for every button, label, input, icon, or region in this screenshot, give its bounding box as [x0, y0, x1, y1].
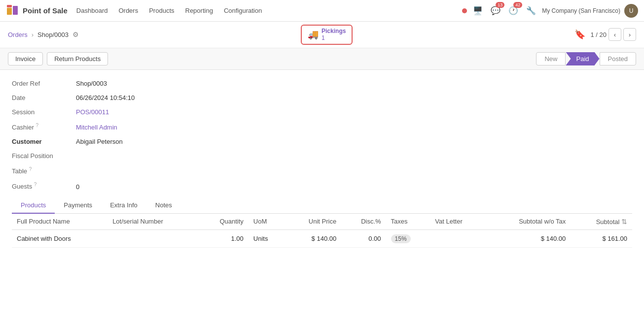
col-taxes: Taxes: [386, 214, 430, 230]
table-row-form: Table ?: [12, 166, 632, 175]
cell-unit-price: $ 140.00: [285, 229, 341, 247]
invoice-button[interactable]: Invoice: [8, 52, 43, 65]
tax-badge: 15%: [391, 234, 411, 243]
logo-icon: [6, 4, 20, 18]
col-disc: Disc.%: [341, 214, 386, 230]
col-uom: UoM: [249, 214, 285, 230]
app-name: Point of Sale: [23, 6, 68, 15]
order-ref-value: Shop/0003: [76, 80, 107, 87]
col-quantity: Quantity: [198, 214, 248, 230]
col-unit-price: Unit Price: [285, 214, 341, 230]
tab-notes[interactable]: Notes: [146, 197, 181, 214]
truck-icon: 🚚: [308, 29, 319, 40]
customer-label: Customer: [12, 138, 76, 145]
nav-reporting[interactable]: Reporting: [180, 5, 218, 16]
fiscal-row: Fiscal Position: [12, 152, 632, 160]
cashier-label: Cashier ?: [12, 123, 76, 131]
column-settings-icon[interactable]: ⇅: [621, 218, 627, 226]
nav-configuration[interactable]: Configuration: [219, 5, 267, 16]
table-row: Cabinet with Doors 1.00 Units: [12, 229, 632, 247]
nav-right: 🖥️ 💬 13 🕐 42 🔧 My Company (San Francisco…: [462, 4, 638, 18]
cell-taxes: 15%: [386, 229, 430, 247]
guests-value: 0: [76, 183, 79, 191]
cell-vat-letter: [430, 229, 486, 247]
status-new[interactable]: New: [536, 52, 566, 65]
chat-badge: 13: [496, 2, 504, 8]
cell-uom: Units: [249, 229, 285, 247]
date-value: 06/26/2024 10:54:10: [76, 94, 135, 101]
cashier-value[interactable]: Mitchell Admin: [76, 124, 117, 131]
status-dot: [462, 8, 467, 13]
date-row: Date 06/26/2024 10:54:10: [12, 94, 632, 101]
cell-product-name: Cabinet with Doors: [12, 229, 107, 247]
svg-rect-2: [7, 5, 12, 7]
breadcrumb-separator: ›: [32, 31, 34, 38]
guests-row: Guests ? 0: [12, 182, 632, 190]
cashier-row: Cashier ? Mitchell Admin: [12, 123, 632, 131]
cell-disc: 0.00: [341, 229, 386, 247]
next-page-button[interactable]: ›: [623, 28, 636, 41]
tab-payments[interactable]: Payments: [55, 197, 101, 214]
session-value[interactable]: POS/00011: [76, 108, 109, 116]
svg-rect-0: [7, 8, 12, 15]
products-table-area: Full Product Name Lot/serial Number Quan…: [12, 214, 632, 248]
user-avatar[interactable]: U: [624, 4, 638, 18]
pickings-count: 1: [322, 34, 346, 41]
fiscal-label: Fiscal Position: [12, 152, 76, 160]
session-label: Session: [12, 108, 76, 116]
nav-menu: Dashboard Orders Products Reporting Conf…: [72, 5, 462, 16]
status-posted[interactable]: Posted: [600, 52, 636, 65]
breadcrumb-bar: Orders › Shop/0003 ⚙ 🚚 Pickings 1 🔖 1 / …: [0, 22, 644, 48]
guests-label: Guests ?: [12, 182, 76, 190]
table-header-row: Full Product Name Lot/serial Number Quan…: [12, 214, 632, 230]
prev-page-button[interactable]: ‹: [608, 28, 621, 41]
pickings-info: Pickings 1: [322, 28, 346, 42]
cell-lot-serial: [107, 229, 198, 247]
settings-icon[interactable]: 🔧: [524, 4, 538, 17]
customer-value: Abigail Peterson: [76, 138, 123, 145]
pickings-label: Pickings: [322, 28, 346, 34]
chat-icon[interactable]: 💬 13: [489, 4, 502, 17]
order-ref-label: Order Ref: [12, 80, 76, 87]
breadcrumb-current: Shop/0003: [37, 31, 69, 38]
cell-quantity: 1.00: [198, 229, 248, 247]
company-name[interactable]: My Company (San Francisco): [542, 7, 620, 14]
tab-bar: Products Payments Extra Info Notes: [12, 197, 632, 214]
col-subtotal: Subtotal ⇅: [571, 214, 632, 230]
status-pipeline: New Paid Posted: [536, 52, 636, 65]
session-row: Session POS/00011: [12, 108, 632, 116]
cell-subtotal: $ 161.00: [571, 229, 632, 247]
pos-terminal-icon[interactable]: 🖥️: [471, 4, 485, 17]
table-label: Table ?: [12, 166, 76, 175]
products-table: Full Product Name Lot/serial Number Quan…: [12, 214, 632, 248]
page-number: 1 / 20: [590, 31, 607, 38]
tab-extra-info[interactable]: Extra Info: [101, 197, 146, 214]
svg-rect-1: [13, 6, 18, 15]
record-settings-icon[interactable]: ⚙: [72, 31, 79, 38]
status-paid[interactable]: Paid: [566, 52, 599, 65]
tab-products[interactable]: Products: [12, 197, 55, 214]
action-toolbar: Invoice Return Products New Paid Posted: [0, 48, 644, 70]
bookmark-icon[interactable]: 🔖: [574, 29, 585, 40]
activity-icon[interactable]: 🕐 42: [506, 4, 520, 17]
col-product-name: Full Product Name: [12, 214, 107, 230]
pagination: 🔖 1 / 20 ‹ ›: [574, 28, 636, 41]
nav-products[interactable]: Products: [144, 5, 179, 16]
col-vat-letter: Vat Letter: [430, 214, 486, 230]
order-ref-row: Order Ref Shop/0003: [12, 80, 632, 87]
return-products-button[interactable]: Return Products: [47, 52, 108, 65]
app-logo[interactable]: Point of Sale: [6, 4, 68, 18]
nav-orders[interactable]: Orders: [113, 5, 143, 16]
breadcrumb: Orders › Shop/0003 ⚙: [8, 31, 79, 38]
date-label: Date: [12, 94, 76, 101]
pickings-button[interactable]: 🚚 Pickings 1: [301, 25, 353, 45]
nav-dashboard[interactable]: Dashboard: [72, 5, 113, 16]
breadcrumb-parent[interactable]: Orders: [8, 31, 28, 38]
col-subtotal-wo-tax: Subtotal w/o Tax: [486, 214, 571, 230]
customer-row: Customer Abigail Peterson: [12, 138, 632, 145]
activity-badge: 42: [513, 2, 522, 8]
col-lot-serial: Lot/serial Number: [107, 214, 198, 230]
cell-subtotal-wo-tax: $ 140.00: [486, 229, 571, 247]
main-content: Order Ref Shop/0003 Date 06/26/2024 10:5…: [0, 70, 644, 325]
